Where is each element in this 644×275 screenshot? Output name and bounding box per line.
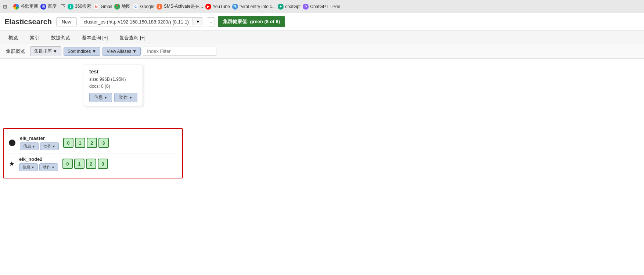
youtube-label: YouTube (213, 4, 230, 9)
360-icon: 3 (68, 4, 73, 10)
cluster-dropdown-button[interactable]: ▼ (193, 18, 203, 25)
shard-box-n2-0[interactable]: 0 (62, 159, 73, 169)
cluster-sort-arrow-icon: ▼ (53, 49, 57, 54)
sms-tab[interactable]: S SMS-Activate是在... (156, 3, 203, 10)
viral-label: "viral entry into c... (240, 4, 276, 9)
viral-tab[interactable]: 💎 "viral entry into c... (232, 4, 276, 10)
app-header: Elasticsearch New cluster_es (http://192… (0, 13, 644, 30)
sms-icon: S (156, 4, 162, 10)
shard-box-0[interactable]: 0 (63, 138, 73, 148)
gmail-label: Gmail (101, 4, 112, 9)
node-info-button-elk-node2[interactable]: 信息 ▼ (19, 163, 38, 171)
cluster-sort-button[interactable]: 集群排序 ▼ (30, 46, 61, 56)
tab-overview[interactable]: 概览 (3, 32, 24, 44)
node-row-elk-master: elk_master 信息 ▼ 动作 ▼ 0 1 (7, 133, 179, 153)
maps-tab[interactable]: 📍 地图 (114, 3, 130, 10)
tooltip-popup: test size: 996B (1.95ki) docs: 0 (0) 信息 … (84, 65, 143, 106)
chrome-label: 谷歌更新 (21, 3, 38, 10)
cluster-selector: cluster_es (http://192.168.150.188:9200/… (80, 17, 203, 26)
node-info-elk-node2: elk_node2 信息 ▼ 动作 ▼ (19, 156, 58, 171)
index-filter-input[interactable] (143, 47, 216, 56)
shard-box-1[interactable]: 1 (75, 138, 85, 148)
new-button[interactable]: New (56, 17, 77, 26)
node-btns-elk-node2: 信息 ▼ 动作 ▼ (19, 163, 58, 171)
main-content: test size: 996B (1.95ki) docs: 0 (0) 信息 … (0, 59, 644, 181)
360-tab[interactable]: 3 360搜索 (68, 3, 91, 10)
tooltip-size: size: 996B (1.95ki) (89, 76, 137, 83)
node-star-icon: ★ (9, 160, 15, 168)
node-action-button-elk-master[interactable]: 动作 ▼ (40, 142, 59, 150)
baidu-tab[interactable]: 百 百度一下 (40, 3, 65, 10)
node-action-button-elk-node2[interactable]: 动作 ▼ (39, 163, 58, 171)
node-info-button-elk-master[interactable]: 信息 ▼ (20, 142, 39, 150)
node-info-elk-master: elk_master 信息 ▼ 动作 ▼ (20, 135, 59, 150)
youtube-icon: ▶ (205, 4, 211, 10)
tab-indices[interactable]: 索引 (24, 32, 45, 44)
node-action-arrow-icon-2: ▼ (51, 166, 55, 169)
nodes-container: elk_master 信息 ▼ 动作 ▼ 0 1 (3, 128, 183, 178)
node-btns-elk-master: 信息 ▼ 动作 ▼ (20, 142, 59, 150)
node-info-arrow-icon: ▼ (32, 145, 35, 148)
shard-box-3[interactable]: 3 (98, 138, 109, 148)
node-circle-icon (9, 140, 15, 146)
toolbar: 集群概览 集群排序 ▼ Sort Indices ▼ View Aliases … (0, 44, 644, 59)
chatgpt-tab[interactable]: ✦ chatGpt (278, 4, 301, 10)
apps-icon[interactable]: ⊞ (3, 4, 7, 10)
chatgpt-label: chatGpt (285, 4, 301, 9)
tab-basic-query[interactable]: 基本查询 [+] (76, 32, 113, 44)
shard-box-n2-1[interactable]: 1 (74, 159, 84, 169)
tooltip-info-arrow-icon: ▼ (104, 96, 107, 99)
maps-icon: 📍 (114, 4, 120, 10)
tooltip-docs: docs: 0 (0) (89, 83, 137, 90)
node-name-elk-node2: elk_node2 (19, 156, 58, 162)
chatgpt-icon: ✦ (278, 4, 284, 10)
app-container: Elasticsearch New cluster_es (http://192… (0, 13, 644, 275)
tooltip-info-button[interactable]: 信息 ▼ (89, 93, 112, 102)
tooltip-action-button[interactable]: 动作 ▼ (114, 93, 137, 102)
sort-indices-arrow-icon: ▼ (92, 49, 96, 54)
sort-indices-button[interactable]: Sort Indices ▼ (64, 47, 100, 56)
google-icon: G (133, 4, 138, 10)
chrome-icon (13, 4, 19, 10)
view-aliases-arrow-icon: ▼ (132, 49, 137, 54)
node-action-arrow-icon: ▼ (52, 145, 55, 148)
tab-data-browse[interactable]: 数据浏览 (46, 32, 76, 44)
health-badge: 集群健康值: green (8 of 8) (218, 16, 285, 27)
gmail-icon: M (93, 4, 99, 10)
browser-bar: ⊞ 谷歌更新 百 百度一下 3 360搜索 M Gmail 📍 地图 G Goo… (0, 0, 644, 13)
sms-label: SMS-Activate是在... (164, 3, 203, 10)
shard-box-n2-2[interactable]: 2 (86, 159, 96, 169)
maps-label: 地图 (122, 3, 130, 10)
node-info-arrow-icon-2: ▼ (31, 166, 35, 169)
app-title: Elasticsearch (4, 18, 52, 26)
tooltip-action-arrow-icon: ▼ (129, 96, 133, 99)
shards-row-elk-master: 0 1 2 3 (63, 138, 109, 148)
poe-tab[interactable]: P ChatGPT - Poe (303, 4, 340, 10)
viral-icon: 💎 (232, 4, 238, 10)
section-label: 集群概览 (3, 47, 28, 56)
tooltip-title: test (89, 69, 137, 75)
gmail-tab[interactable]: M Gmail (93, 4, 112, 10)
poe-label: ChatGPT - Poe (310, 4, 340, 9)
youtube-tab[interactable]: ▶ YouTube (205, 4, 230, 10)
tooltip-buttons: 信息 ▼ 动作 ▼ (89, 93, 137, 102)
google-label: Google (140, 4, 154, 9)
360-label: 360搜索 (75, 3, 91, 10)
poe-icon: P (303, 4, 309, 10)
node-row-elk-node2: ★ elk_node2 信息 ▼ 动作 ▼ 0 (7, 153, 179, 174)
cluster-name: cluster_es (http://192.168.150.188:9200/… (80, 18, 193, 26)
baidu-label: 百度一下 (48, 3, 65, 10)
tab-complex-query[interactable]: 复合查询 [+] (114, 32, 151, 44)
cluster-minus-button[interactable]: - (207, 17, 215, 26)
shard-box-2[interactable]: 2 (87, 138, 97, 148)
baidu-icon: 百 (40, 4, 46, 10)
google-tab[interactable]: G Google (133, 4, 154, 10)
node-name-elk-master: elk_master (20, 135, 59, 141)
view-aliases-button[interactable]: View Aliases ▼ (102, 47, 141, 56)
nav-tabs: 概览 索引 数据浏览 基本查询 [+] 复合查询 [+] (0, 30, 644, 44)
shard-box-n2-3[interactable]: 3 (98, 159, 108, 169)
shards-row-elk-node2: 0 1 2 3 (62, 159, 108, 169)
chrome-update-tab[interactable]: 谷歌更新 (13, 3, 38, 10)
